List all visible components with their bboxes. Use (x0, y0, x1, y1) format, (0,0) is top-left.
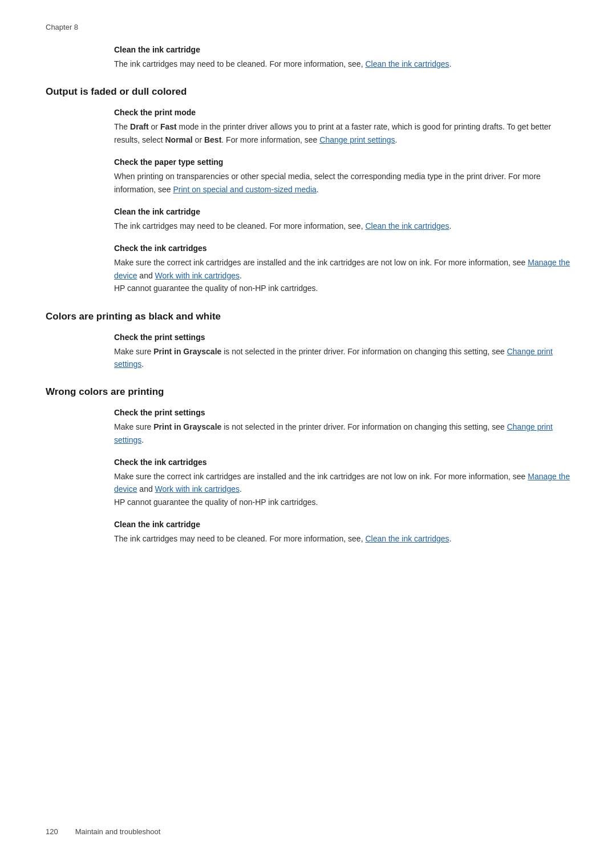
subsection-body-print-settings-1: Make sure Print in Grayscale is not sele… (114, 345, 570, 371)
subsection-paper-type: Check the paper type setting When printi… (114, 157, 570, 196)
link-clean-cartridges-3[interactable]: Clean the ink cartridges (365, 534, 449, 543)
link-work-with-cartridges-1[interactable]: Work with ink cartridges (155, 271, 240, 280)
subsection-clean-ink-3: Clean the ink cartridge The ink cartridg… (114, 520, 570, 545)
subsection-title-print-settings-2: Check the print settings (114, 408, 570, 417)
subsection-clean-ink-1: Clean the ink cartridge The ink cartridg… (114, 45, 570, 70)
link-clean-cartridges-1[interactable]: Clean the ink cartridges (365, 59, 449, 68)
subsection-body-paper-type: When printing on transparencies or other… (114, 170, 570, 196)
subsection-body-clean-ink-3: The ink cartridges may need to be cleane… (114, 532, 570, 545)
subsection-print-settings-2: Check the print settings Make sure Print… (114, 408, 570, 446)
subsection-title-print-mode: Check the print mode (114, 108, 570, 117)
subsection-clean-ink-2: Clean the ink cartridge The ink cartridg… (114, 207, 570, 232)
subsection-print-settings-1: Check the print settings Make sure Print… (114, 333, 570, 371)
subsection-print-mode: Check the print mode The Draft or Fast m… (114, 108, 570, 146)
heading-wrong-colors: Wrong colors are printing (46, 386, 570, 398)
chapter-label: Chapter 8 (46, 23, 570, 31)
link-change-print-settings-1[interactable]: Change print settings (319, 135, 395, 144)
page-content: Chapter 8 Clean the ink cartridge The in… (0, 0, 616, 603)
subsection-title-print-settings-1: Check the print settings (114, 333, 570, 342)
subsection-body-check-cartridges-1: Make sure the correct ink cartridges are… (114, 256, 570, 294)
subsection-title-clean-ink-2: Clean the ink cartridge (114, 207, 570, 216)
subsection-title-paper-type: Check the paper type setting (114, 157, 570, 167)
subsection-title-clean-ink-3: Clean the ink cartridge (114, 520, 570, 529)
subsection-body-clean-ink-1: The ink cartridges may need to be cleane… (114, 58, 570, 70)
subsection-check-cartridges-2: Check the ink cartridges Make sure the c… (114, 458, 570, 508)
subsection-body-print-settings-2: Make sure Print in Grayscale is not sele… (114, 421, 570, 446)
link-print-special-media[interactable]: Print on special and custom-sized media (173, 185, 317, 194)
subsection-title-clean-ink-1: Clean the ink cartridge (114, 45, 570, 54)
page-footer: 120 Maintain and troubleshoot (46, 827, 160, 836)
link-clean-cartridges-2[interactable]: Clean the ink cartridges (365, 221, 449, 231)
subsection-check-cartridges-1: Check the ink cartridges Make sure the c… (114, 244, 570, 294)
subsection-title-check-cartridges-1: Check the ink cartridges (114, 244, 570, 253)
subsection-body-clean-ink-2: The ink cartridges may need to be cleane… (114, 220, 570, 232)
footer-page-number: 120 (46, 827, 58, 836)
subsection-body-check-cartridges-2: Make sure the correct ink cartridges are… (114, 470, 570, 508)
footer-section: Maintain and troubleshoot (75, 827, 161, 836)
link-work-with-cartridges-2[interactable]: Work with ink cartridges (155, 484, 240, 494)
subsection-body-print-mode: The Draft or Fast mode in the printer dr… (114, 120, 570, 146)
heading-output-faded: Output is faded or dull colored (46, 86, 570, 98)
heading-colors-black-white: Colors are printing as black and white (46, 311, 570, 322)
subsection-title-check-cartridges-2: Check the ink cartridges (114, 458, 570, 467)
